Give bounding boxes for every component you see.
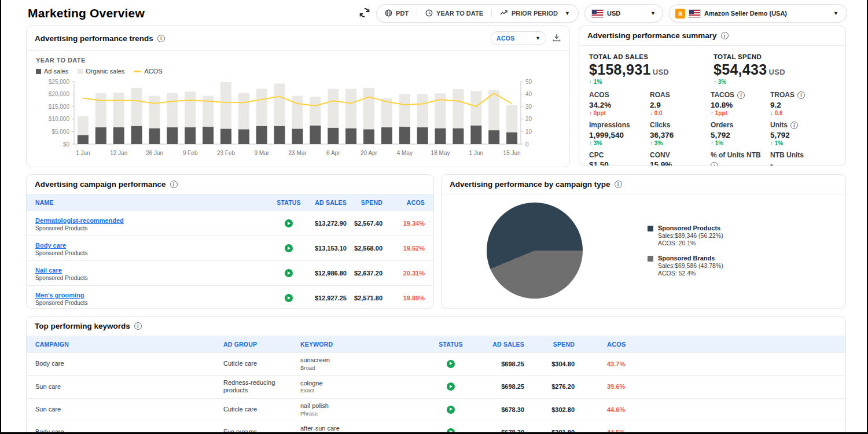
info-icon[interactable]: i [711, 162, 718, 166]
trends-card-body: YEAR TO DATE Ad salesOrganic salesACOS $… [27, 51, 569, 165]
pie-card-body: Sponsored ProductsSales:$89,346 (56.22%)… [442, 194, 845, 299]
column-header-ad-group[interactable]: AD GROUP [223, 341, 300, 348]
column-header-campaign[interactable]: CAMPAIGN [35, 341, 223, 348]
campaign-card-header: Advertising campaign performance i [27, 175, 433, 194]
metric-total-ad-sales: TOTAL AD SALES $158,931USD ↑ 1% [589, 53, 713, 85]
metric-value: 36,376 [650, 131, 711, 139]
status-enabled-icon [285, 294, 293, 302]
table-row: Body careSponsored Products$13,153.10$2,… [27, 236, 433, 260]
row-top: Advertising performance trends i ACOS ▼ … [26, 25, 846, 167]
column-header-ad-sales[interactable]: AD SALES [477, 341, 524, 348]
metric-label-text: CONV [650, 152, 670, 160]
metric-label-text: ACOS [589, 91, 609, 100]
legend-swatch [648, 226, 653, 231]
status-cell [271, 244, 306, 252]
column-header-name[interactable]: NAME [35, 199, 271, 206]
metric-delta: ↑ 3% [650, 140, 711, 146]
spend-value: $2,567.40 [347, 220, 382, 227]
campaign-name-link[interactable]: Dermatologist-recommended [35, 217, 124, 225]
info-icon[interactable]: i [721, 32, 729, 39]
campaign-name-link[interactable]: Men's grooming [35, 292, 84, 299]
svg-text:9 Mar: 9 Mar [254, 150, 269, 156]
column-header-status[interactable]: STATUS [271, 199, 306, 206]
keywords-table-body: Body careCuticle caresunscreenBroad$698.… [27, 352, 845, 434]
currency-select[interactable]: USD ▼ [584, 4, 663, 23]
keyword-text: sunscreen [300, 356, 417, 365]
info-icon[interactable]: i [157, 35, 165, 42]
row-middle: Advertising campaign performance i NAMES… [26, 174, 846, 309]
metric-label-text: Impressions [589, 122, 630, 130]
metric-delta: ↑ 0ppt [589, 110, 650, 116]
chevron-down-icon: ▼ [833, 10, 838, 16]
timezone-control[interactable]: PDT [377, 9, 417, 18]
campaign-type-label: Sponsored Products [35, 275, 271, 282]
campaign-card-title: Advertising campaign performance [35, 180, 166, 189]
metric-delta: ↓ 0.6 [770, 110, 836, 116]
info-icon[interactable]: i [790, 122, 798, 129]
metric-value: 34.2% [589, 101, 650, 109]
info-icon[interactable]: i [615, 181, 622, 188]
metric-select[interactable]: ACOS ▼ [491, 31, 546, 45]
table-row: Dermatologist-recommendedSponsored Produ… [27, 211, 433, 236]
legend-item-ad-sales: Ad sales [36, 68, 68, 75]
svg-text:9 Feb: 9 Feb [183, 150, 198, 156]
metric-label: Unitsi [770, 122, 836, 130]
summary-card: Advertising performance summary i TOTAL … [579, 25, 846, 166]
pie-chart [487, 203, 583, 299]
svg-text:1 Jan: 1 Jan [76, 150, 90, 156]
svg-text:0: 0 [525, 141, 529, 148]
status-enabled-icon [285, 219, 293, 227]
refresh-button[interactable] [359, 7, 370, 20]
metric-value: 5,792 [770, 131, 836, 139]
metric-clicks: Clicks36,376↑ 3% [650, 122, 711, 146]
info-icon[interactable]: i [134, 322, 142, 330]
summary-card-title: Advertising performance summary [587, 31, 717, 40]
svg-text:40: 40 [525, 91, 532, 97]
info-icon[interactable]: i [797, 91, 805, 99]
comparison-label: PRIOR PERIOD [512, 10, 558, 17]
metric-value: 5,792 [711, 131, 770, 139]
comparison-control[interactable]: PRIOR PERIOD ▼ [491, 9, 578, 17]
metric-label: TROASi [770, 91, 836, 100]
table-row: Body careCuticle caresunscreenBroad$698.… [27, 352, 845, 375]
info-icon[interactable]: i [170, 181, 178, 188]
acos-value: 44.6% [575, 406, 837, 413]
column-header-spend[interactable]: SPEND [347, 199, 382, 206]
metric-total-spend: TOTAL SPEND $54,433USD ↑ 3% [713, 53, 836, 85]
svg-text:50: 50 [525, 79, 532, 85]
ad-sales-value: $698.25 [477, 383, 524, 390]
metric-value: $54,433USD [713, 61, 836, 78]
metric-value: 9.2 [770, 101, 836, 109]
column-header-acos[interactable]: ACOS [575, 341, 837, 348]
svg-text:15 Jun: 15 Jun [503, 150, 521, 156]
date-range-label: YEAR TO DATE [436, 10, 483, 17]
amazon-icon: a [675, 9, 685, 19]
info-icon[interactable]: i [737, 91, 745, 99]
ad-group-cell: Redness-reducing products [223, 379, 300, 395]
keyword-cell: cologneExact [300, 380, 425, 395]
column-header-status[interactable]: STATUS [425, 341, 477, 348]
status-enabled-icon [447, 428, 455, 434]
metric-label: ROAS [650, 91, 711, 100]
svg-text:20: 20 [525, 116, 532, 122]
match-type-label: Exact [300, 387, 417, 394]
status-cell [425, 382, 477, 391]
clock-icon [425, 9, 433, 18]
status-cell [425, 406, 477, 414]
column-header-keyword[interactable]: KEYWORD [300, 341, 425, 348]
column-header-acos[interactable]: ACOS [382, 199, 425, 206]
date-range-control[interactable]: YEAR TO DATE [417, 9, 491, 18]
column-header-spend[interactable]: SPEND [524, 341, 575, 348]
campaign-name-link[interactable]: Body care [35, 242, 66, 249]
campaign-name-link[interactable]: Nail care [35, 267, 62, 274]
dashboard-content: Advertising performance trends i ACOS ▼ … [0, 25, 868, 434]
campaign-type-label: Sponsored Products [35, 225, 271, 232]
status-enabled-icon [447, 382, 455, 391]
download-icon[interactable] [552, 33, 561, 44]
period-label: YEAR TO DATE [36, 57, 560, 64]
svg-text:10: 10 [525, 128, 532, 135]
metric-delta: ↑ 1% [589, 79, 713, 85]
account-select[interactable]: a Amazon Seller Demo (USA) ▼ [669, 4, 847, 23]
keyword-cell: sunscreenBroad [300, 356, 425, 372]
column-header-ad-sales[interactable]: AD SALES [306, 199, 347, 206]
